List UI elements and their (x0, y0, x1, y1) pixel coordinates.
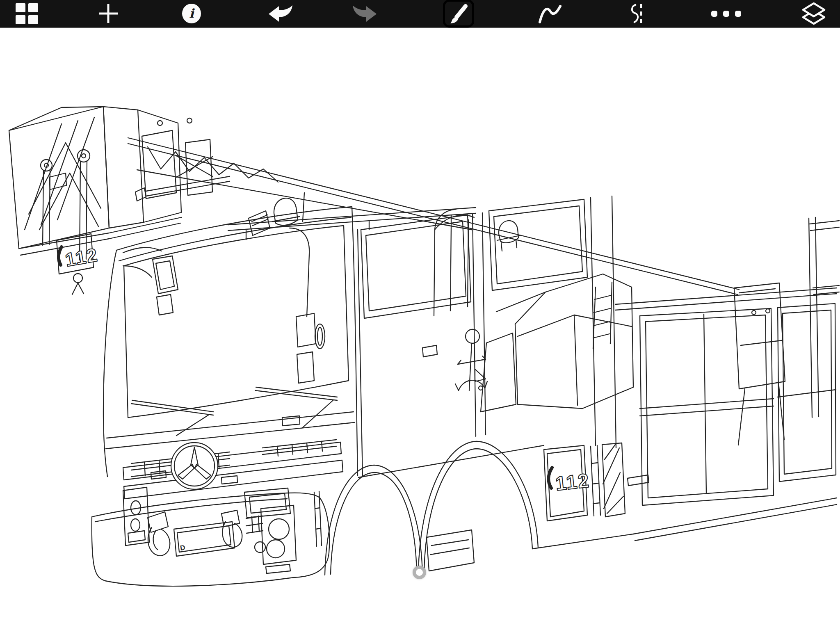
drawing-canvas[interactable]: 112 112 D (0, 28, 840, 630)
brush-tool-button[interactable] (442, 0, 475, 27)
wave-stroke-icon (537, 3, 562, 24)
info-icon: i (182, 4, 201, 23)
toolbar: i (0, 0, 840, 28)
layers-button[interactable] (797, 0, 830, 27)
brush-cursor-ring (413, 566, 426, 579)
front-bumper (92, 487, 329, 586)
signs: 112 112 D (59, 244, 591, 552)
ellipsis-icon (711, 11, 741, 17)
more-options-button[interactable] (710, 0, 742, 27)
side-doors (358, 196, 616, 476)
phone-icon (548, 468, 552, 488)
plus-icon (98, 3, 119, 24)
gallery-button[interactable] (10, 0, 43, 27)
basket-112-sign: 112 (64, 244, 100, 271)
paintbrush-icon (449, 4, 468, 23)
layers-icon (801, 2, 827, 25)
rescue-basket (9, 107, 181, 294)
redo-button[interactable] (349, 0, 381, 27)
rear-body-compartments (615, 288, 837, 541)
app-window: i (0, 0, 840, 630)
undo-button[interactable] (264, 0, 297, 27)
selected-tool-frame (443, 0, 474, 27)
fire-truck-drawing: 112 112 D (0, 0, 840, 630)
undo-arrow-icon (267, 5, 293, 23)
grid-gallery-icon (16, 3, 38, 24)
redo-arrow-icon (352, 5, 378, 23)
info-button[interactable]: i (175, 0, 208, 27)
phone-icon (59, 247, 62, 265)
add-page-button[interactable] (92, 0, 125, 27)
stroke-style-button[interactable] (533, 0, 566, 27)
rear-support-pylon (734, 217, 839, 445)
license-plate-letter: D (180, 543, 187, 552)
dash-stroke-button[interactable] (621, 0, 653, 27)
cab (103, 193, 520, 477)
squiggle-dash-icon (625, 3, 648, 24)
door-112-sign: 112 (555, 470, 591, 495)
